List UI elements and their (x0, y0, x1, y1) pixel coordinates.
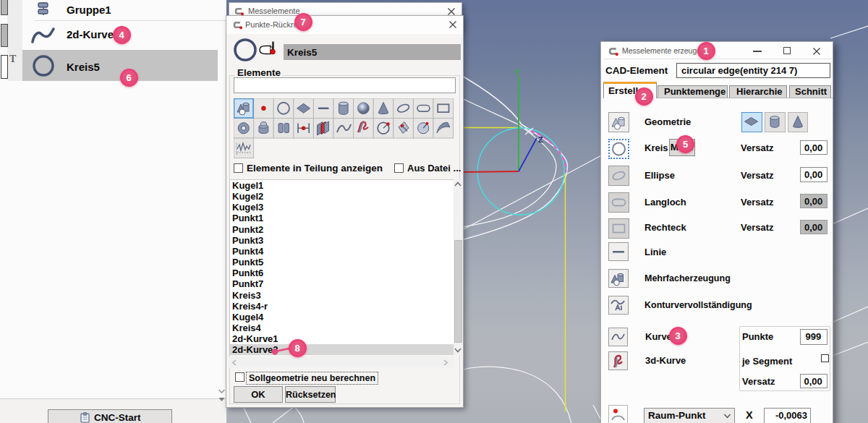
svg-text:Z: Z (538, 135, 543, 144)
svg-text:Y: Y (515, 68, 521, 77)
